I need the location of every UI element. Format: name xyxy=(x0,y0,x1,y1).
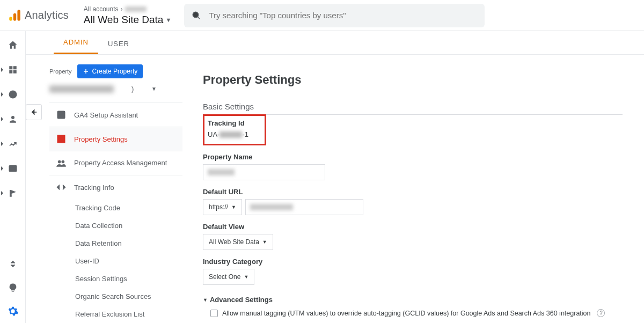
industry-dropdown[interactable]: Select One ▼ xyxy=(203,269,254,285)
admin-area: Property Create Property ) ▼ GA4 Setup A… xyxy=(26,55,644,323)
subitem-data-collection[interactable]: Data Collection xyxy=(73,217,182,234)
search-bar[interactable] xyxy=(184,4,485,27)
brand-name: Analytics xyxy=(25,9,69,21)
tracking-info-subitems: Tracking Code Data Collection Data Reten… xyxy=(49,199,182,323)
svg-rect-0 xyxy=(9,17,12,21)
tracking-id-highlight: Tracking Id UA- -1 xyxy=(203,114,266,145)
tracking-id-value: UA- -1 xyxy=(208,130,248,138)
rail-discover-icon[interactable] xyxy=(6,258,19,270)
url-scheme-dropdown[interactable]: https:// ▼ xyxy=(203,199,242,215)
subitem-tracking-code[interactable]: Tracking Code xyxy=(73,199,182,217)
property-select[interactable]: ) ▼ xyxy=(49,82,157,96)
sidebar-item-ga4-assistant[interactable]: GA4 Setup Assistant xyxy=(49,102,182,127)
sidebar-item-label: Property Settings xyxy=(74,135,128,143)
tracking-id-redacted xyxy=(219,131,242,138)
advanced-settings-label: Advanced Settings xyxy=(210,296,273,304)
property-name-input[interactable] xyxy=(203,164,325,180)
industry-label: Industry Category xyxy=(203,258,623,266)
manual-tagging-checkbox[interactable] xyxy=(210,310,218,317)
svg-point-19 xyxy=(58,160,61,163)
breadcrumb-parent: All accounts xyxy=(84,5,119,13)
basic-settings-heading: Basic Settings xyxy=(203,102,623,115)
page-title: Property Settings xyxy=(203,73,623,87)
advanced-settings-toggle[interactable]: ▼ Advanced Settings xyxy=(203,296,623,304)
rail-home-icon[interactable] xyxy=(6,39,19,52)
tracking-id-prefix: UA- xyxy=(208,130,219,138)
search-icon xyxy=(192,11,201,20)
caret-down-icon: ▼ xyxy=(203,297,208,303)
property-name-label: Property Name xyxy=(203,153,623,161)
svg-rect-11 xyxy=(9,166,17,172)
caret-down-icon: ▼ xyxy=(151,86,157,92)
url-scheme-label: https:// xyxy=(209,203,228,211)
svg-rect-6 xyxy=(13,66,16,69)
svg-rect-1 xyxy=(13,13,16,20)
rail-acquisition-icon[interactable] xyxy=(6,137,19,150)
manual-tagging-row: Allow manual tagging (UTM values) to ove… xyxy=(210,309,623,317)
default-view-dropdown[interactable]: All Web Site Data ▼ xyxy=(203,234,273,250)
svg-line-4 xyxy=(198,17,200,19)
property-name-redacted xyxy=(208,169,235,175)
rail-audience-icon[interactable] xyxy=(6,113,19,126)
tab-admin[interactable]: ADMIN xyxy=(54,32,98,54)
account-name-redacted xyxy=(125,6,147,12)
svg-rect-16 xyxy=(57,135,65,143)
caret-down-icon: ▼ xyxy=(165,17,171,23)
sidebar-item-label: Tracking Info xyxy=(74,183,114,192)
property-name-redacted xyxy=(49,85,114,93)
svg-point-3 xyxy=(193,12,199,18)
create-property-label: Create Property xyxy=(92,68,138,75)
rail-insights-icon[interactable] xyxy=(6,281,19,294)
default-url-label: Default URL xyxy=(203,188,623,196)
sidebar-item-tracking-info[interactable]: Tracking Info xyxy=(49,175,182,199)
default-view-label: Default View xyxy=(203,223,623,231)
subitem-session-settings[interactable]: Session Settings xyxy=(73,270,182,288)
property-picker[interactable]: All accounts › All Web Site Data ▼ xyxy=(84,5,171,26)
help-icon[interactable]: ? xyxy=(597,309,605,317)
caret-down-icon: ▼ xyxy=(244,274,248,280)
sidebar-item-property-access[interactable]: Property Access Management xyxy=(49,151,182,175)
subitem-organic-search[interactable]: Organic Search Sources xyxy=(73,288,182,305)
top-header: Analytics All accounts › All Web Site Da… xyxy=(0,0,644,31)
people-icon xyxy=(56,158,67,168)
create-property-button[interactable]: Create Property xyxy=(77,64,143,78)
code-icon xyxy=(56,182,67,193)
checkbox-icon xyxy=(56,109,67,120)
subitem-referral-exclusion[interactable]: Referral Exclusion List xyxy=(73,305,182,323)
tracking-id-suffix: -1 xyxy=(242,130,248,138)
sidebar-item-property-settings[interactable]: Property Settings xyxy=(49,127,182,151)
search-input[interactable] xyxy=(209,11,477,20)
rail-behavior-icon[interactable] xyxy=(6,162,19,175)
left-nav-rail xyxy=(0,31,26,323)
svg-rect-2 xyxy=(17,10,20,21)
chevron-right-icon: › xyxy=(121,5,123,13)
rail-reports-icon[interactable] xyxy=(6,63,19,76)
svg-point-20 xyxy=(62,160,64,163)
rail-conversions-icon[interactable] xyxy=(6,187,19,200)
caret-down-icon: ▼ xyxy=(262,239,267,245)
layout-icon xyxy=(56,134,67,144)
rail-admin-icon[interactable] xyxy=(6,305,19,318)
tracking-id-label: Tracking Id xyxy=(208,119,248,127)
svg-rect-8 xyxy=(13,70,16,74)
arrow-left-icon xyxy=(30,108,38,116)
default-url-redacted xyxy=(250,204,293,210)
svg-point-10 xyxy=(11,116,14,119)
analytics-logo-icon xyxy=(8,9,21,23)
breadcrumb-current: All Web Site Data xyxy=(84,14,164,26)
logo[interactable]: Analytics xyxy=(8,9,69,23)
back-button[interactable] xyxy=(26,104,42,120)
subitem-data-retention[interactable]: Data Retention xyxy=(73,234,182,252)
sidebar-item-label: Property Access Management xyxy=(74,159,167,168)
svg-rect-5 xyxy=(9,66,12,69)
subitem-user-id[interactable]: User-ID xyxy=(73,252,182,270)
rail-realtime-icon[interactable] xyxy=(6,88,19,101)
property-sidebar: Property Create Property ) ▼ GA4 Setup A… xyxy=(26,55,182,323)
main-content: Property Settings Basic Settings Trackin… xyxy=(182,55,644,323)
svg-rect-7 xyxy=(9,70,12,74)
plus-icon xyxy=(83,68,89,75)
sidebar-item-label: GA4 Setup Assistant xyxy=(74,111,138,119)
default-url-input[interactable] xyxy=(245,199,363,215)
default-view-value: All Web Site Data xyxy=(209,238,259,246)
tab-user[interactable]: USER xyxy=(98,33,139,54)
